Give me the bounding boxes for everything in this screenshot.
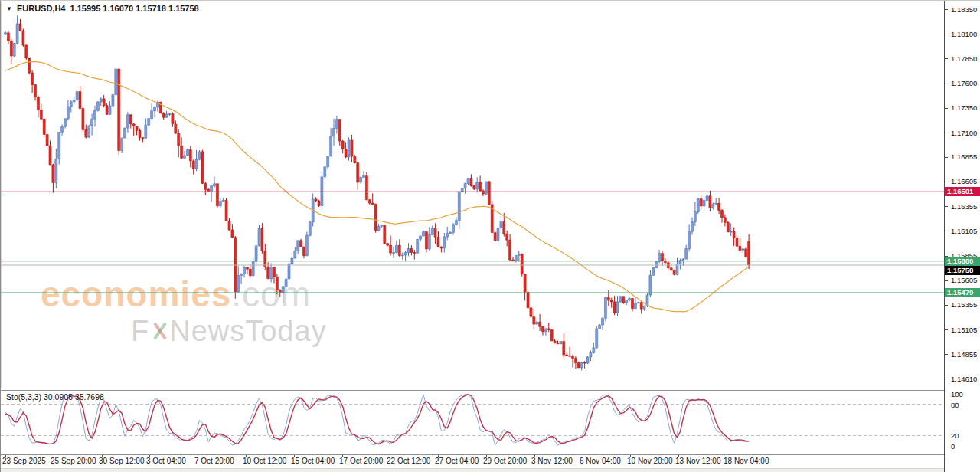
current-price-badge: 1.15758: [945, 266, 980, 275]
pane-splitter[interactable]: [1, 388, 980, 391]
time-axis-separator: [1, 454, 980, 455]
price-tick-mark: [945, 108, 948, 109]
price-tick-mark: [945, 354, 948, 355]
price-tick-label: 1.15605: [951, 276, 977, 284]
price-tick-label: 1.14610: [951, 375, 977, 383]
price-tick-mark: [945, 157, 948, 158]
stochastic-signal-line: [5, 395, 749, 444]
time-tick-label: 3 Nov 12:00: [531, 457, 573, 465]
time-tick-label: 25 Sep 20:00: [51, 457, 96, 465]
time-tick-label: 23 Sep 2025: [2, 457, 46, 465]
support-price-badge: 1.15800: [945, 257, 980, 266]
price-axis[interactable]: 1.183501.181001.178501.176001.173501.171…: [944, 1, 980, 472]
price-tick-mark: [945, 206, 948, 207]
time-tick-label: 10 Nov 20:00: [627, 457, 673, 465]
time-tick-label: 3 Oct 04:00: [146, 457, 186, 465]
price-tick-label: 1.15105: [951, 326, 977, 334]
time-tick-label: 13 Nov 12:00: [675, 457, 721, 465]
window-bottom-edge: [1, 468, 980, 472]
price-tick-mark: [945, 379, 948, 379]
stochastic-scale-label: 0: [951, 442, 955, 451]
price-tick-mark: [945, 34, 948, 34]
time-tick-label: 15 Oct 04:00: [291, 457, 335, 465]
support-price-badge: 1.15479: [945, 288, 980, 297]
stochastic-scale-label: 20: [951, 431, 959, 440]
time-tick-label: 7 Oct 20:00: [194, 457, 234, 465]
price-tick-label: 1.16105: [951, 227, 977, 235]
stochastic-pane[interactable]: Sto(5,3,3) 30.0905 35.7698: [1, 391, 944, 454]
symbol-dropdown-icon[interactable]: ▼: [6, 5, 12, 13]
time-tick-label: 27 Oct 04:00: [435, 457, 479, 465]
chart-symbol-label: EURUSD,H4: [17, 4, 66, 13]
price-tick-mark: [945, 133, 948, 133]
price-tick-label: 1.17600: [951, 79, 977, 87]
time-tick-label: 18 Nov 04:00: [724, 457, 769, 465]
bull-candle-wicks: [5, 15, 743, 370]
price-chart-pane[interactable]: economies.com FNewsToday ▼ EURUSD,H4 1.1…: [1, 1, 944, 388]
price-tick-label: 1.17850: [951, 54, 977, 63]
mt4-chart-window: economies.com FNewsToday ▼ EURUSD,H4 1.1…: [0, 0, 980, 472]
bear-candle-bodies: [7, 24, 750, 368]
time-tick-label: 10 Oct 12:00: [243, 457, 286, 465]
price-tick-label: 1.16605: [951, 177, 977, 185]
candlestick-chart[interactable]: [1, 1, 944, 388]
stochastic-scale-label: 80: [951, 401, 959, 409]
resistance-price-badge: 1.16501: [945, 187, 980, 196]
bull-candle-bodies: [5, 24, 744, 368]
price-tick-label: 1.18350: [951, 5, 977, 14]
price-tick-label: 1.17350: [951, 103, 977, 112]
price-tick-label: 1.17100: [951, 129, 977, 137]
price-tick-mark: [945, 58, 948, 59]
chart-title: ▼ EURUSD,H4 1.15995 1.16070 1.15718 1.15…: [6, 4, 199, 13]
price-tick-label: 1.14855: [951, 350, 977, 359]
price-tick-mark: [945, 182, 948, 182]
price-tick-mark: [945, 231, 948, 231]
stochastic-main-line: [5, 394, 749, 445]
price-tick-mark: [945, 84, 948, 84]
time-tick-label: 22 Oct 12:00: [387, 457, 430, 465]
stochastic-scale-label: 100: [951, 390, 963, 398]
stochastic-label: Sto(5,3,3) 30.0905 35.7698: [6, 392, 104, 402]
time-tick-label: 30 Sep 12:00: [99, 457, 145, 465]
time-tick-label: 6 Nov 04:00: [580, 457, 621, 465]
price-tick-label: 1.16855: [951, 152, 977, 161]
stochastic-plot: [1, 391, 944, 454]
price-tick-label: 1.15355: [951, 300, 977, 309]
price-tick-mark: [945, 305, 948, 306]
price-tick-label: 1.18100: [951, 30, 977, 38]
price-tick-mark: [945, 329, 948, 330]
price-tick-mark: [945, 9, 948, 10]
chart-ohlc-values: 1.15995 1.16070 1.15718 1.15758: [70, 4, 199, 13]
price-tick-mark: [945, 280, 948, 281]
moving-average-line: [5, 62, 749, 312]
time-axis[interactable]: 23 Sep 202525 Sep 20:0030 Sep 12:003 Oct…: [1, 455, 980, 468]
price-tick-label: 1.16355: [951, 202, 977, 211]
time-tick-label: 29 Oct 20:00: [483, 457, 527, 465]
time-tick-label: 17 Oct 20:00: [339, 457, 383, 465]
